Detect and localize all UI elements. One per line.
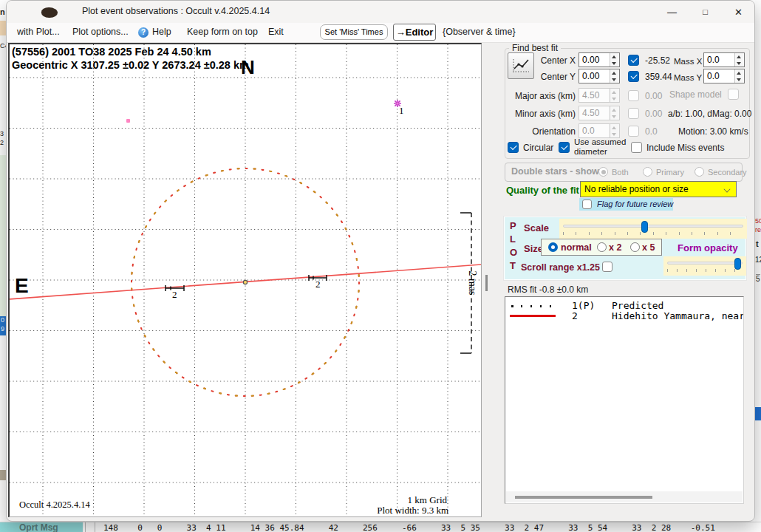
bg-divider	[95, 522, 95, 532]
bg-fragment: 0	[1, 316, 4, 324]
size-x2-radio[interactable]	[597, 242, 607, 252]
north-label: N	[241, 56, 255, 78]
spin-up-icon	[610, 89, 619, 95]
menu-with-plot[interactable]: with Plot...	[17, 27, 60, 37]
mass-y-spin-buttons[interactable]	[734, 69, 744, 83]
grid-scale-note: 1 km Grid	[408, 494, 448, 505]
mass-y-value: 0.0	[704, 69, 734, 83]
rms-fit-label: RMS fit -0.8 ±0.0 km	[508, 284, 588, 295]
plot-canvas[interactable]: (57556) 2001 TO38 2025 Feb 24 4.50 km Ge…	[8, 43, 482, 517]
menu-keep-on-top[interactable]: Keep form on top	[187, 27, 258, 37]
menu-help[interactable]: Help	[152, 27, 171, 37]
set-miss-times-button[interactable]: Set 'Miss' Times	[320, 24, 388, 40]
bg-fragment: 2	[0, 139, 4, 146]
legend-row-id: 1(P)	[572, 300, 595, 311]
spin-down-icon[interactable]	[610, 60, 619, 66]
editor-button[interactable]: →Editor	[393, 24, 436, 41]
background-right-strip: 50 re t 12 5	[755, 0, 761, 532]
titlebar[interactable]: Plot event observations : Occult v.4.202…	[7, 1, 754, 23]
plot-event-observations-window: Plot event observations : Occult v.4.202…	[6, 0, 755, 522]
mass-y-spinner[interactable]: 0.0	[703, 69, 745, 83]
form-opacity-slider[interactable]	[663, 256, 746, 276]
center-y-value: 0.00	[579, 69, 610, 83]
center-x-spin-buttons[interactable]	[610, 53, 619, 66]
plot-letter-o: O	[510, 247, 517, 258]
quality-of-fit-label: Quality of the fit	[506, 185, 579, 196]
bg-fragment: 0 9	[0, 316, 6, 335]
legend-scrollbar-thumb[interactable]	[515, 496, 652, 499]
mass-x-spin-buttons[interactable]	[734, 53, 744, 66]
spin-up-icon[interactable]	[610, 69, 619, 76]
background-bottom-strip: Oprt Msg 148 0 0 33 4 11 14 36 45.84 42 …	[0, 522, 761, 532]
panel-splitter-handle[interactable]	[485, 275, 488, 291]
spin-down-icon[interactable]	[735, 76, 744, 83]
plot-letter-p: P	[510, 220, 516, 231]
center-x-spinner[interactable]: 0.00	[579, 52, 620, 67]
double-stars-both-radio	[598, 167, 608, 177]
scale-slider[interactable]	[559, 219, 747, 239]
fit-orientation-checkbox	[628, 126, 639, 137]
bg-divider	[85, 522, 86, 532]
legend-row-name: Hidehito Yammaura, near	[612, 310, 744, 321]
bg-fragment: n	[0, 7, 5, 16]
screen: n C4 3 2 0 9 50 re t 12 5 Oprt Msg 148 0…	[0, 0, 761, 532]
flag-review-checkbox[interactable]	[582, 200, 592, 209]
spin-up-icon[interactable]	[735, 69, 744, 76]
legend-row-id: 2	[572, 310, 578, 321]
bg-fragment: 5	[756, 274, 760, 283]
circular-label: Circular	[523, 143, 553, 153]
minor-axis-label: Minor axis (km)	[494, 109, 576, 119]
circular-checkbox[interactable]	[508, 142, 519, 153]
maximize-button[interactable]: □	[689, 1, 722, 23]
form-opacity-slider-thumb[interactable]	[734, 258, 741, 270]
radio-dot	[601, 170, 606, 174]
use-assumed-diameter-checkbox[interactable]	[559, 142, 570, 153]
bg-fragment	[0, 470, 6, 480]
double-stars-secondary-label: Secondary	[708, 168, 747, 177]
double-stars-primary-label: Primary	[656, 168, 684, 177]
size-normal-radio[interactable]	[548, 242, 558, 252]
help-icon: ?	[138, 27, 149, 38]
spin-up-icon[interactable]	[610, 53, 619, 60]
scroll-range-label: Scroll range x1.25	[521, 262, 600, 273]
mass-y-label: Mass Y	[674, 73, 702, 82]
major-axis-fitted-value: 0.00	[645, 91, 662, 101]
menu-exit[interactable]: Exit	[268, 27, 284, 37]
scale-slider-thumb[interactable]	[641, 221, 648, 233]
scale-slider-ticks	[563, 232, 743, 235]
size-x5-label: x 5	[642, 242, 655, 253]
form-opacity-slider-track[interactable]	[667, 262, 743, 265]
close-button[interactable]: ✕	[722, 1, 755, 23]
plot-letter-l: L	[510, 233, 516, 245]
spin-down-icon[interactable]	[610, 76, 619, 83]
fit-center-x-checkbox[interactable]	[628, 55, 639, 66]
east-label: E	[15, 274, 29, 297]
observer-time-label: {Observer & time}	[443, 27, 516, 37]
quality-of-fit-value: No reliable position or size	[581, 184, 724, 194]
observer-legend-list[interactable]: 1(P) Predicted 2 Hidehito Yammaura, near	[505, 296, 744, 504]
size-x5-radio[interactable]	[630, 242, 640, 252]
find-best-fit-title: Find best fit	[509, 43, 561, 53]
bg-fragment: 50	[755, 217, 761, 225]
spin-up-icon[interactable]	[735, 53, 744, 60]
bg-fragment	[0, 21, 6, 35]
scale-slider-track[interactable]	[563, 225, 743, 228]
spin-down-icon	[610, 113, 619, 120]
mass-x-spinner[interactable]: 0.0	[703, 52, 745, 67]
menu-plot-options[interactable]: Plot options...	[72, 27, 129, 37]
window-title: Plot event observations : Occult v.4.202…	[82, 6, 270, 16]
scale-label: Scale	[524, 222, 549, 233]
center-y-spinner[interactable]: 0.00	[579, 69, 620, 83]
fit-center-y-checkbox[interactable]	[628, 71, 639, 82]
quality-of-fit-combobox[interactable]: No reliable position or size	[580, 181, 737, 197]
center-y-spin-buttons[interactable]	[610, 69, 619, 83]
center-y-fitted-value: 359.44	[645, 72, 672, 82]
minimize-button[interactable]: —	[655, 1, 689, 23]
size-normal-label: normal	[561, 242, 592, 253]
ab-dmag-label: a/b: 1.00, dMag: 0.00	[668, 109, 751, 119]
include-miss-events-checkbox[interactable]	[631, 142, 642, 153]
spin-down-icon[interactable]	[735, 60, 744, 66]
scroll-range-checkbox[interactable]	[602, 262, 612, 272]
double-stars-secondary-radio	[695, 167, 704, 177]
legend-horizontal-scrollbar[interactable]	[506, 491, 743, 502]
